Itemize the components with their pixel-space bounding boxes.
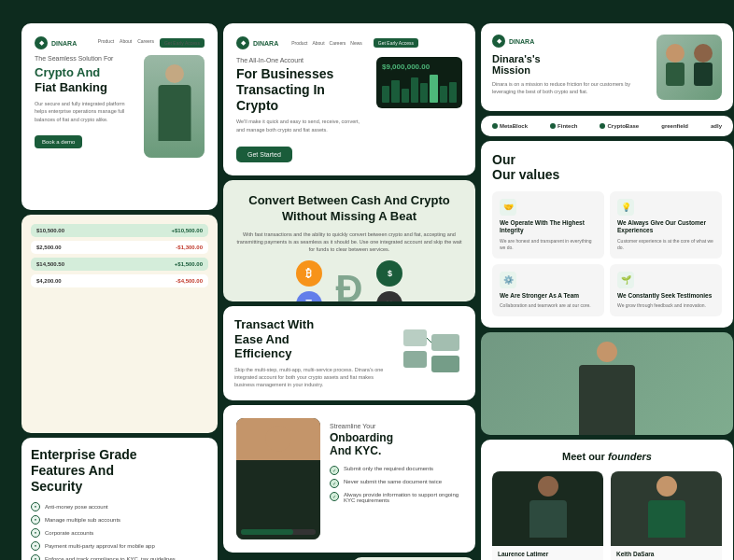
transact-svg	[399, 325, 464, 381]
transaction-item: $14,500.50 +$1,500.00	[31, 258, 208, 271]
trans-label-3: $14,500.50	[36, 261, 64, 267]
hero-center-subtitle: The All-In-One Account	[236, 57, 367, 63]
partner-label-3: CryptoBase	[607, 123, 639, 129]
convert-title: Convert Between Cash And Crypto Without …	[236, 193, 462, 225]
founder-info-2: Keith DaSara CTO AND CO-FOUNDER	[611, 546, 722, 560]
transact-card: Transact With Ease And Efficiency Skip t…	[223, 306, 475, 400]
value-icon-3: ⚙️	[500, 272, 516, 288]
woman-tech-card	[481, 332, 733, 435]
founder-photo-2	[611, 471, 722, 546]
feature-list: Anti-money pose account Manage multiple …	[31, 502, 208, 560]
kyc-progress-fill	[241, 529, 293, 535]
center-nav-4[interactable]: News	[350, 40, 362, 46]
mission-word: Mission	[492, 64, 530, 76]
eth-coin: Ξ	[296, 291, 322, 301]
partner-dot-3	[600, 123, 605, 129]
column-2: DINARA Product About Careers News Get Ea…	[223, 23, 475, 560]
kyc-card: Streamline Your Onboarding And KYC. ✓ Su…	[223, 405, 475, 553]
gain-card: Gain A Trusted Partner For Your	[352, 557, 476, 560]
feature-dot-icon	[31, 541, 40, 551]
nav-item-careers[interactable]: Careers	[137, 38, 154, 48]
center-nav-1[interactable]: Product	[291, 40, 307, 46]
hero-left-card: DINARA Product About Careers Get Early A…	[21, 23, 218, 210]
kyc-item-text-3: Always provide information to support on…	[344, 492, 462, 503]
center-logo: DINARA Product About Careers News Get Ea…	[236, 36, 418, 49]
founder-silhouette-1	[525, 476, 572, 541]
founder-head-2	[656, 476, 677, 497]
features-card: Enterprise Grade Features And Security A…	[21, 438, 218, 560]
hero-left-content: The Seamless Solution For Crypto And Fia…	[35, 55, 205, 197]
partner-label-2: Fintech	[558, 123, 577, 129]
founders-grid: Laurence Latimer CEO AND CO-FOUNDER	[492, 471, 722, 560]
kyc-title-l1: Onboarding	[330, 431, 393, 444]
transact-l1: Transact With	[234, 317, 314, 331]
transaction-item: $4,200.00 -$4,500.00	[31, 274, 208, 287]
trans-label-4: $4,200.00	[36, 278, 62, 284]
center-nav-cta[interactable]: Get Early Access	[374, 38, 418, 48]
bottom-center-row: Do More While Paying Less Gain A Trusted…	[223, 557, 475, 560]
kyc-text: Streamline Your Onboarding And KYC. ✓ Su…	[330, 418, 462, 539]
values-our: Our	[492, 152, 515, 167]
brand-name: DINARA	[51, 40, 77, 47]
founder-silhouette-2	[643, 476, 690, 541]
nav-cta-button[interactable]: Get Early Access	[160, 38, 205, 48]
hero-cta-button[interactable]: Book a demo	[35, 135, 82, 148]
kyc-title: Streamline Your Onboarding And KYC.	[330, 418, 462, 458]
partner-4: greenfield	[661, 123, 688, 129]
kyc-item-text-1: Submit only the required documents	[344, 466, 433, 471]
founder-body-2	[648, 500, 685, 538]
kyc-progress-bar	[241, 529, 316, 535]
hero-center-card: DINARA Product About Careers News Get Ea…	[223, 23, 475, 175]
kyc-title-l2: And KYC.	[330, 444, 381, 457]
transaction-item: $10,500.00 +$10,500.00	[31, 224, 208, 237]
usd-coin: $	[376, 260, 402, 287]
partner-dot-1	[492, 123, 498, 129]
bar-1	[382, 86, 389, 103]
nav-item-about[interactable]: About	[120, 38, 132, 48]
check-icon-3: ✓	[330, 492, 339, 501]
founder-info-1: Laurence Latimer CEO AND CO-FOUNDER	[492, 546, 603, 560]
value-desc-1: We are honest and transparent in everyth…	[500, 238, 597, 251]
face-circle	[265, 426, 291, 452]
convert-description: With fast transactions and the ability t…	[236, 231, 462, 254]
x-coin: ✕	[376, 291, 402, 301]
feature-dot-icon	[31, 502, 40, 511]
value-title-1: We Operate With The Highest Integrity	[500, 219, 597, 235]
feature-dot-icon	[31, 528, 40, 538]
kyc-pre: Streamline Your	[330, 423, 375, 429]
values-header: Our Our values	[492, 152, 722, 182]
value-desc-2: Customer experience is at the core of wh…	[617, 238, 714, 251]
hero-center-desc: We'll make it quick and easy to send, re…	[236, 118, 367, 133]
mission-row: DINARA Dinara's's Mission Dinara is on a…	[492, 35, 722, 100]
bar-7	[440, 86, 447, 103]
bar-5	[420, 83, 428, 103]
hero-title: Crypto And Fiat Banking	[35, 65, 136, 94]
transact-l3: Efficiency	[234, 346, 291, 360]
hero-description: Our secure and fully integrated platform…	[35, 100, 136, 123]
value-title-2: We Always Give Our Customer Experiences	[617, 219, 714, 235]
transact-title: Transact With Ease And Efficiency	[234, 317, 389, 361]
value-title-3: We Are Stronger As A Team	[500, 292, 597, 300]
features-line2: Features And	[31, 463, 114, 478]
hero-center-cta[interactable]: Get Started	[236, 147, 292, 162]
convert-icons: ₿ Ξ Ð $ ✕	[296, 260, 403, 301]
center-nav-3[interactable]: Careers	[330, 40, 346, 46]
hero-left-text: The Seamless Solution For Crypto And Fia…	[35, 55, 136, 148]
left-coins: ₿ Ξ	[296, 260, 322, 301]
trans-label-2: $2,500.00	[36, 245, 62, 250]
bar-6	[430, 75, 437, 103]
founder-name-2: Keith DaSara	[616, 551, 716, 557]
transaction-item: $2,500.00 -$1,300.00	[31, 241, 208, 254]
center-nav-2[interactable]: About	[312, 40, 324, 46]
founders-italic: founders	[608, 451, 652, 462]
feature-item: Manage multiple sub accounts	[31, 515, 208, 525]
nav-item-product[interactable]: Product	[98, 38, 114, 48]
founder-card-1: Laurence Latimer CEO AND CO-FOUNDER	[492, 471, 603, 560]
center-title-l3: Crypto	[236, 98, 278, 113]
founder-bg-1	[492, 471, 603, 546]
logo-row: DINARA Product About Careers Get Early A…	[35, 36, 205, 49]
features-line3: Security	[31, 479, 82, 494]
hero-person-image	[144, 55, 205, 158]
bar-8	[449, 82, 457, 104]
transaction-list: $10,500.00 +$10,500.00 $2,500.00 -$1,300…	[31, 224, 208, 287]
